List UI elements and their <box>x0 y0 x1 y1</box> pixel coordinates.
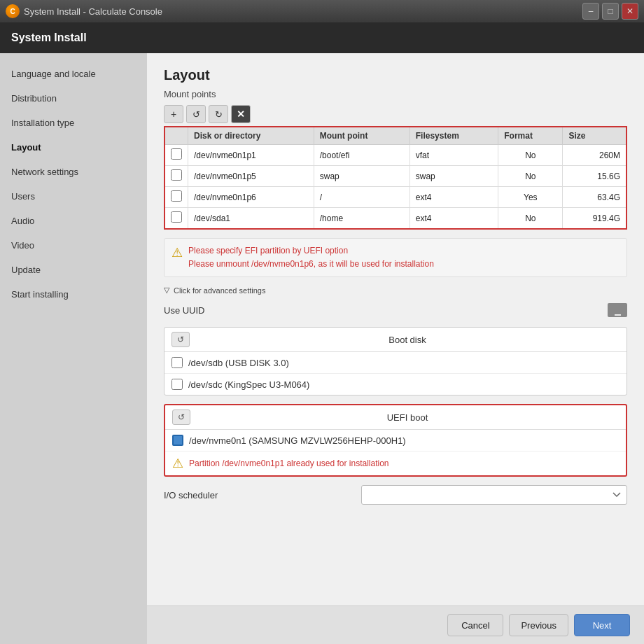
sidebar-item-installation-type[interactable]: Installation type <box>0 111 147 135</box>
disk-option-sdc: /dev/sdc (KingSpec U3-M064) <box>164 374 626 395</box>
triangle-down-icon: ▽ <box>164 286 169 295</box>
table-toolbar: + ↺ ↻ ✕ <box>164 105 627 123</box>
row-format-0: No <box>498 145 563 166</box>
titlebar: C System Install - Calculate Console – □… <box>0 0 644 22</box>
partition-warning-text: Partition /dev/nvme0n1p1 already used fo… <box>189 458 389 468</box>
partition-warning: ⚠ Partition /dev/nvme0n1p1 already used … <box>165 451 626 475</box>
row-disk-1: /dev/nvme0n1p5 <box>188 166 314 187</box>
col-header-size: Size <box>563 127 626 145</box>
table-row: /dev/nvme0n1p6 / ext4 Yes 63.4G <box>164 187 626 208</box>
col-header-checkbox <box>164 127 188 145</box>
app-header: System Install <box>0 22 644 53</box>
warning-box: ⚠ Please specify EFI partition by UEFI o… <box>164 238 627 277</box>
sidebar: Language and locale Distribution Install… <box>0 53 147 644</box>
row-checkbox-cell <box>164 208 188 230</box>
sidebar-item-start-installing[interactable]: Start installing <box>0 282 147 307</box>
nvme-label: /dev/nvme0n1 (SAMSUNG MZVLW256HEHP-000H1… <box>189 435 406 446</box>
sidebar-item-update[interactable]: Update <box>0 258 147 282</box>
disk-option-sdb: /dev/sdb (USB DISK 3.0) <box>164 352 626 374</box>
row-filesystem-0: vfat <box>410 145 498 166</box>
partition-warning-icon: ⚠ <box>172 456 183 471</box>
warning-line1: Please specify EFI partition by UEFI opt… <box>188 244 434 258</box>
delete-button[interactable]: ✕ <box>231 105 251 123</box>
disk-sdb-checkbox[interactable] <box>172 357 183 368</box>
add-partition-button[interactable]: + <box>164 105 183 123</box>
row-checkbox-0[interactable] <box>171 148 182 160</box>
row-checkbox-cell <box>164 145 188 166</box>
row-mount-0: /boot/efi <box>314 145 410 166</box>
sidebar-item-layout[interactable]: Layout <box>0 135 147 160</box>
undo-icon: ↺ <box>192 109 200 120</box>
app-icon: C <box>6 4 20 18</box>
content-area: Layout Mount points + ↺ ↻ ✕ Disk or dire… <box>147 53 644 644</box>
row-format-1: No <box>498 166 563 187</box>
uefi-reset-button[interactable]: ↺ <box>172 410 190 425</box>
col-header-filesystem: Filesystem <box>410 127 498 145</box>
io-scheduler-row: I/O scheduler <box>164 485 627 505</box>
row-checkbox-cell <box>164 166 188 187</box>
warning-text: Please specify EFI partition by UEFI opt… <box>188 244 434 271</box>
sidebar-item-network-settings[interactable]: Network settings <box>0 160 147 184</box>
reset-icon: ↺ <box>177 335 184 344</box>
row-checkbox-1[interactable] <box>171 169 182 181</box>
reset-button[interactable]: ↻ <box>209 105 228 123</box>
boot-disk-header: ↺ Boot disk <box>164 328 626 352</box>
row-checkbox-2[interactable] <box>171 190 182 202</box>
row-size-1: 15.6G <box>563 166 626 187</box>
warning-line2: Please unmount /dev/nvme0n1p6, as it wil… <box>188 258 434 271</box>
main-layout: Language and locale Distribution Install… <box>0 53 644 644</box>
row-disk-2: /dev/nvme0n1p6 <box>188 187 314 208</box>
boot-disk-title: Boot disk <box>195 335 620 345</box>
row-checkbox-3[interactable] <box>171 211 182 223</box>
uuid-toggle-icon: ⎯ <box>615 304 620 316</box>
uefi-boot-title: UEFI boot <box>196 412 619 423</box>
table-row: /dev/nvme0n1p5 swap swap No 15.6G <box>164 166 626 187</box>
row-mount-1: swap <box>314 166 410 187</box>
footer: Cancel Previous Next <box>147 606 644 644</box>
delete-icon: ✕ <box>237 108 245 120</box>
reset-icon: ↺ <box>178 412 185 422</box>
next-button[interactable]: Next <box>574 614 630 636</box>
disk-option-nvme: /dev/nvme0n1 (SAMSUNG MZVLW256HEHP-000H1… <box>165 430 626 451</box>
cancel-button[interactable]: Cancel <box>447 614 503 636</box>
mount-points-label: Mount points <box>164 89 627 99</box>
sidebar-item-audio[interactable]: Audio <box>0 209 147 233</box>
nvme-checkbox[interactable] <box>172 435 183 446</box>
undo-button[interactable]: ↺ <box>186 105 206 123</box>
row-mount-2: / <box>314 187 410 208</box>
row-format-3: No <box>498 208 563 230</box>
maximize-button[interactable]: □ <box>602 3 619 20</box>
row-size-3: 919.4G <box>563 208 626 230</box>
previous-button[interactable]: Previous <box>509 614 568 636</box>
uefi-boot-section: ↺ UEFI boot /dev/nvme0n1 (SAMSUNG MZVLW2… <box>164 404 627 477</box>
uuid-toggle-button[interactable]: ⎯ <box>608 303 627 317</box>
titlebar-controls: – □ ✕ <box>582 3 638 20</box>
reset-icon: ↻ <box>215 109 223 120</box>
boot-disk-section: ↺ Boot disk /dev/sdb (USB DISK 3.0) /dev… <box>164 327 627 396</box>
warning-icon: ⚠ <box>172 245 183 260</box>
disk-sdc-checkbox[interactable] <box>172 379 183 390</box>
sidebar-item-language[interactable]: Language and locale <box>0 62 147 86</box>
io-scheduler-label: I/O scheduler <box>164 490 218 500</box>
row-size-2: 63.4G <box>563 187 626 208</box>
close-button[interactable]: ✕ <box>622 3 638 20</box>
page-title: Layout <box>164 67 627 83</box>
sidebar-item-users[interactable]: Users <box>0 184 147 209</box>
row-checkbox-cell <box>164 187 188 208</box>
sidebar-item-video[interactable]: Video <box>0 233 147 258</box>
col-header-format: Format <box>498 127 563 145</box>
boot-disk-reset-button[interactable]: ↺ <box>172 332 190 347</box>
col-header-mount: Mount point <box>314 127 410 145</box>
advanced-settings-toggle[interactable]: ▽ Click for advanced settings <box>164 286 627 295</box>
io-scheduler-select[interactable] <box>361 485 627 505</box>
uuid-setting-row: Use UUID ⎯ <box>164 303 627 317</box>
table-row: /dev/sda1 /home ext4 No 919.4G <box>164 208 626 230</box>
app-title: System Install <box>11 31 87 44</box>
advanced-toggle-label: Click for advanced settings <box>174 286 265 295</box>
table-row: /dev/nvme0n1p1 /boot/efi vfat No 260M <box>164 145 626 166</box>
sidebar-item-distribution[interactable]: Distribution <box>0 86 147 111</box>
col-header-disk: Disk or directory <box>188 127 314 145</box>
minimize-button[interactable]: – <box>582 3 599 20</box>
row-filesystem-3: ext4 <box>410 208 498 230</box>
row-format-2: Yes <box>498 187 563 208</box>
